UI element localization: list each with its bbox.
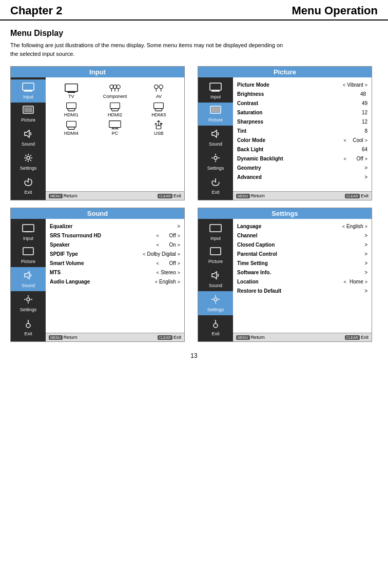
sidebar-item-sound-4[interactable]: Sound [198,267,233,291]
clear-icon-2: CLEAR [345,194,360,198]
audio-lang-arrow-r: > [178,279,180,286]
svg-rect-53 [23,225,34,232]
clear-exit-btn-1[interactable]: CLEAR Exit [158,193,181,198]
brightness-row[interactable]: Brightness 48 [237,90,367,99]
restore-default-value: > [352,288,367,295]
sidebar-item-input-4[interactable]: Input [198,221,233,244]
picture-panel-header: Picture [198,67,372,77]
picture-icon-3 [23,247,34,258]
sidebar-item-picture-4[interactable]: Picture [198,244,233,267]
software-info-row[interactable]: Software Info. > [237,268,367,277]
geometry-row[interactable]: Geometry > [237,164,367,173]
clear-exit-btn-2[interactable]: CLEAR Exit [345,193,368,198]
svg-point-52 [214,156,217,159]
menu-return-btn-1[interactable]: MENU Return [49,193,77,198]
svg-marker-7 [25,130,29,137]
location-value: Home [348,278,363,286]
picture-icon-4 [210,247,221,258]
time-setting-row[interactable]: Time Setting > [237,259,367,268]
restore-default-row[interactable]: Restore to Default > [237,287,367,296]
sound-icon-3 [23,270,33,282]
sidebar-label-input-1: Input [23,94,33,99]
spdif-row[interactable]: SPDIF Type < Dolby Digital > [50,250,180,259]
input-usb[interactable]: USB [138,119,180,136]
saturation-row[interactable]: Saturation 12 [237,108,367,117]
input-hdmi2[interactable]: HDMI2 [93,101,136,117]
advanced-row[interactable]: Advanced > [237,173,367,182]
color-mode-row[interactable]: Color Mode < Cool > [237,136,367,145]
dynamic-backlight-row[interactable]: Dynamic Backlight < Off > [237,154,367,164]
closed-caption-label: Closed Caption [237,241,352,249]
picture-mode-row[interactable]: Picture Mode < Vibrant > [237,80,367,90]
sidebar-item-exit-1[interactable]: Exit [11,174,46,198]
input-hdmi3[interactable]: HDMI3 [138,101,180,117]
input-component[interactable]: Component [93,83,136,99]
sidebar-item-picture-3[interactable]: Picture [11,244,46,267]
sidebar-item-settings-2[interactable]: Settings [198,150,233,174]
channel-row[interactable]: Channel > [237,231,367,240]
sharpness-value: 12 [352,118,367,126]
sidebar-item-sound-3[interactable]: Sound [11,267,46,291]
sidebar-label-sound-2: Sound [209,141,222,147]
speaker-row[interactable]: Speaker < On > [50,240,180,250]
srs-row[interactable]: SRS Trusurround HD < Off > [50,231,180,240]
settings-panel-footer: MENU Return CLEAR Exit [233,333,372,341]
sidebar-item-input-1[interactable]: Input [11,79,46,103]
closed-caption-row[interactable]: Closed Caption > [237,240,367,250]
tint-value: 8 [352,128,367,135]
sidebar-item-picture-1[interactable]: Picture [11,103,46,126]
sharpness-row[interactable]: Sharpness 12 [237,117,367,127]
input-hdmi4[interactable]: HDMI4 [50,119,92,136]
sidebar-item-settings-1[interactable]: Settings [11,150,46,174]
sidebar-label-sound-3: Sound [22,283,35,288]
svg-marker-61 [212,272,217,279]
channel-value: > [352,232,367,239]
picture-mode-value: Vibrant [347,82,363,89]
svg-marker-31 [67,127,75,130]
language-row[interactable]: Language < English > [237,222,367,231]
menu-return-btn-2[interactable]: MENU Return [236,193,265,198]
input-hdmi1[interactable]: HDMI1 [50,101,92,117]
clear-exit-btn-4[interactable]: CLEAR Exit [345,335,368,340]
sidebar-item-input-3[interactable]: Input [11,221,46,244]
software-info-value: > [352,269,367,276]
svg-rect-30 [66,121,76,127]
parental-control-row[interactable]: Parental Control > [237,250,367,259]
input-pc[interactable]: PC [93,119,136,136]
sidebar-item-exit-2[interactable]: Exit [198,174,233,198]
input-av[interactable]: AV [138,83,180,99]
advanced-label: Advanced [237,174,352,181]
mts-row[interactable]: MTS < Stereo > [50,268,180,277]
svg-rect-60 [210,248,221,255]
menu-icon-1: MENU [49,194,63,198]
exit-label-1: Exit [173,193,181,198]
brightness-value: 48 [351,91,366,98]
back-light-row[interactable]: Back Light 64 [237,145,367,154]
color-mode-label: Color Mode [237,137,343,144]
clear-exit-btn-3[interactable]: CLEAR Exit [158,335,181,340]
input-tv[interactable]: TV [50,83,92,99]
svg-point-58 [26,323,30,328]
sidebar-item-input-2[interactable]: Input [198,79,233,103]
speaker-arrow-l: < [156,242,159,249]
input-icon-4 [209,224,222,235]
sound-panel-header: Sound [11,208,184,219]
sidebar-item-settings-3[interactable]: Settings [11,291,46,315]
sidebar-item-sound-2[interactable]: Sound [198,126,233,150]
color-mode-arrow-l: < [343,137,346,144]
location-row[interactable]: Location < Home > [237,277,367,287]
smart-volume-row[interactable]: Smart Volume < Off > [50,259,180,268]
sidebar-item-exit-3[interactable]: Exit [11,315,46,339]
return-label-4: Return [251,335,265,340]
sidebar-item-picture-2[interactable]: Picture [198,103,233,126]
tint-row[interactable]: Tint 8 [237,127,367,136]
audio-lang-row[interactable]: Audio Language < English > [50,277,180,287]
sidebar-item-sound-1[interactable]: Sound [11,126,46,150]
menu-return-btn-3[interactable]: MENU Return [49,335,77,340]
contrast-row[interactable]: Contrast 49 [237,99,367,108]
menu-return-btn-4[interactable]: MENU Return [236,335,265,340]
sidebar-item-exit-4[interactable]: Exit [198,315,233,339]
equalizer-row[interactable]: Equalizer > [50,222,180,231]
sidebar-item-settings-4[interactable]: Settings [198,291,233,315]
page-content: Menu Display The following are just illu… [0,21,388,373]
